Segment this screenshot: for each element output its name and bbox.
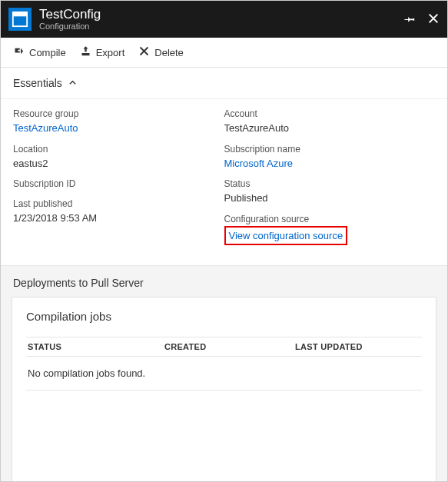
- status-value: Published: [224, 191, 436, 206]
- blade-title: TestConfig: [39, 8, 404, 22]
- location-value: eastus2: [13, 156, 224, 171]
- column-status[interactable]: STATUS: [26, 342, 164, 351]
- essentials-panel: Resource group TestAzureAuto Location ea…: [1, 99, 447, 265]
- account-label: Account: [224, 107, 436, 121]
- account-value: TestAzureAuto: [224, 121, 436, 136]
- configuration-icon: [8, 8, 32, 31]
- compilation-jobs-title: Compilation jobs: [26, 310, 422, 323]
- subscription-id-label: Subscription ID: [13, 177, 224, 191]
- resource-group-label: Resource group: [13, 107, 224, 121]
- location-label: Location: [13, 142, 224, 156]
- last-published-label: Last published: [13, 197, 224, 211]
- resource-group-link[interactable]: TestAzureAuto: [13, 121, 224, 136]
- column-last-updated[interactable]: LAST UPDATED: [295, 342, 422, 351]
- essentials-toggle[interactable]: Essentials: [1, 68, 447, 99]
- export-icon: [80, 45, 91, 59]
- delete-icon: [138, 45, 150, 59]
- blade-subtitle: Configuration: [39, 22, 404, 31]
- command-bar: Compile Export Delete: [1, 38, 447, 68]
- export-button[interactable]: Export: [80, 45, 125, 59]
- essentials-right-column: Account TestAzureAuto Subscription name …: [224, 107, 436, 251]
- column-created[interactable]: CREATED: [164, 342, 295, 351]
- jobs-table-header: STATUS CREATED LAST UPDATED: [26, 337, 422, 357]
- close-icon[interactable]: [427, 12, 440, 27]
- subscription-name-label: Subscription name: [224, 142, 436, 156]
- chevron-up-icon: [68, 77, 77, 89]
- compile-label: Compile: [29, 47, 66, 58]
- view-configuration-source-link[interactable]: View configuration source: [229, 230, 343, 241]
- essentials-left-column: Resource group TestAzureAuto Location ea…: [13, 107, 224, 251]
- delete-label: Delete: [154, 47, 184, 58]
- blade-header: TestConfig Configuration: [1, 1, 447, 38]
- compile-icon: [13, 45, 25, 59]
- deployments-title: Deployments to Pull Server: [12, 277, 436, 289]
- svg-rect-1: [13, 12, 27, 17]
- pin-icon[interactable]: [404, 12, 416, 27]
- status-label: Status: [224, 177, 436, 191]
- config-source-label: Configuration source: [224, 212, 436, 226]
- compile-button[interactable]: Compile: [13, 45, 66, 59]
- jobs-empty-message: No compilation jobs found.: [26, 357, 422, 391]
- delete-button[interactable]: Delete: [138, 45, 184, 59]
- last-published-value: 1/23/2018 9:53 AM: [13, 211, 224, 226]
- compilation-jobs-card: Compilation jobs STATUS CREATED LAST UPD…: [12, 297, 436, 482]
- export-label: Export: [96, 47, 125, 58]
- essentials-label: Essentials: [13, 77, 62, 89]
- subscription-name-link[interactable]: Microsoft Azure: [224, 156, 436, 171]
- deployments-section: Deployments to Pull Server Compilation j…: [1, 265, 447, 482]
